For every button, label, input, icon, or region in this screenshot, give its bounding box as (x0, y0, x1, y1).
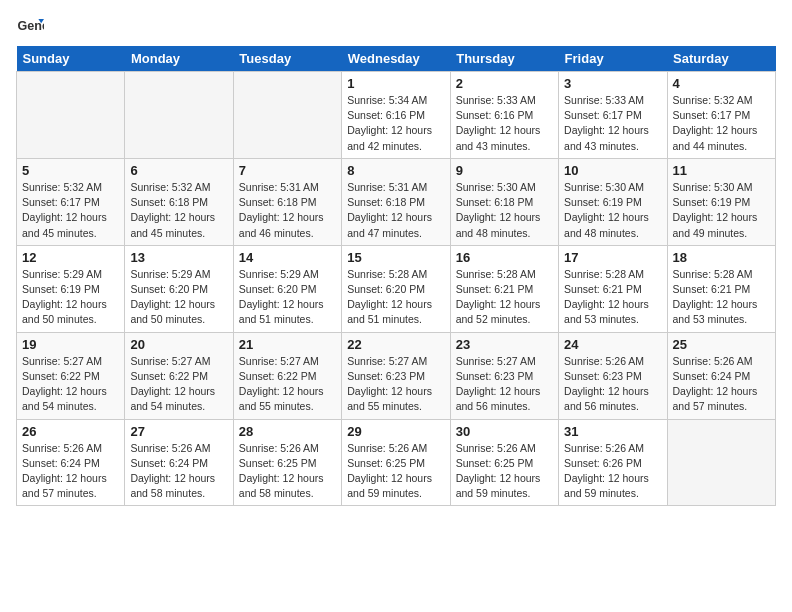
day-info: Sunrise: 5:29 AMSunset: 6:20 PMDaylight:… (239, 267, 336, 328)
calendar-cell: 7Sunrise: 5:31 AMSunset: 6:18 PMDaylight… (233, 158, 341, 245)
day-info: Sunrise: 5:30 AMSunset: 6:19 PMDaylight:… (564, 180, 661, 241)
day-info: Sunrise: 5:32 AMSunset: 6:17 PMDaylight:… (673, 93, 770, 154)
day-info: Sunrise: 5:26 AMSunset: 6:25 PMDaylight:… (456, 441, 553, 502)
calendar-cell: 10Sunrise: 5:30 AMSunset: 6:19 PMDayligh… (559, 158, 667, 245)
day-info: Sunrise: 5:26 AMSunset: 6:24 PMDaylight:… (673, 354, 770, 415)
day-number: 18 (673, 250, 770, 265)
day-number: 19 (22, 337, 119, 352)
day-info: Sunrise: 5:27 AMSunset: 6:23 PMDaylight:… (347, 354, 444, 415)
day-number: 9 (456, 163, 553, 178)
day-number: 22 (347, 337, 444, 352)
calendar-cell: 6Sunrise: 5:32 AMSunset: 6:18 PMDaylight… (125, 158, 233, 245)
calendar-cell (17, 72, 125, 159)
day-info: Sunrise: 5:34 AMSunset: 6:16 PMDaylight:… (347, 93, 444, 154)
day-info: Sunrise: 5:27 AMSunset: 6:22 PMDaylight:… (22, 354, 119, 415)
day-number: 31 (564, 424, 661, 439)
calendar-week-row: 5Sunrise: 5:32 AMSunset: 6:17 PMDaylight… (17, 158, 776, 245)
calendar-cell: 18Sunrise: 5:28 AMSunset: 6:21 PMDayligh… (667, 245, 775, 332)
weekday-header: Friday (559, 46, 667, 72)
day-number: 16 (456, 250, 553, 265)
day-number: 30 (456, 424, 553, 439)
calendar-cell: 17Sunrise: 5:28 AMSunset: 6:21 PMDayligh… (559, 245, 667, 332)
calendar-cell: 3Sunrise: 5:33 AMSunset: 6:17 PMDaylight… (559, 72, 667, 159)
calendar-cell: 12Sunrise: 5:29 AMSunset: 6:19 PMDayligh… (17, 245, 125, 332)
weekday-header-row: SundayMondayTuesdayWednesdayThursdayFrid… (17, 46, 776, 72)
calendar-week-row: 26Sunrise: 5:26 AMSunset: 6:24 PMDayligh… (17, 419, 776, 506)
calendar-cell: 15Sunrise: 5:28 AMSunset: 6:20 PMDayligh… (342, 245, 450, 332)
calendar-cell: 1Sunrise: 5:34 AMSunset: 6:16 PMDaylight… (342, 72, 450, 159)
day-info: Sunrise: 5:27 AMSunset: 6:22 PMDaylight:… (239, 354, 336, 415)
day-info: Sunrise: 5:26 AMSunset: 6:23 PMDaylight:… (564, 354, 661, 415)
calendar-cell: 28Sunrise: 5:26 AMSunset: 6:25 PMDayligh… (233, 419, 341, 506)
weekday-header: Sunday (17, 46, 125, 72)
calendar-cell: 2Sunrise: 5:33 AMSunset: 6:16 PMDaylight… (450, 72, 558, 159)
calendar-cell: 19Sunrise: 5:27 AMSunset: 6:22 PMDayligh… (17, 332, 125, 419)
day-info: Sunrise: 5:28 AMSunset: 6:21 PMDaylight:… (564, 267, 661, 328)
day-number: 28 (239, 424, 336, 439)
day-number: 15 (347, 250, 444, 265)
day-number: 5 (22, 163, 119, 178)
calendar-cell (667, 419, 775, 506)
day-number: 2 (456, 76, 553, 91)
day-info: Sunrise: 5:26 AMSunset: 6:24 PMDaylight:… (22, 441, 119, 502)
calendar-cell: 22Sunrise: 5:27 AMSunset: 6:23 PMDayligh… (342, 332, 450, 419)
day-number: 10 (564, 163, 661, 178)
day-number: 25 (673, 337, 770, 352)
day-info: Sunrise: 5:28 AMSunset: 6:20 PMDaylight:… (347, 267, 444, 328)
day-number: 29 (347, 424, 444, 439)
day-number: 7 (239, 163, 336, 178)
day-info: Sunrise: 5:33 AMSunset: 6:17 PMDaylight:… (564, 93, 661, 154)
day-info: Sunrise: 5:28 AMSunset: 6:21 PMDaylight:… (673, 267, 770, 328)
day-info: Sunrise: 5:33 AMSunset: 6:16 PMDaylight:… (456, 93, 553, 154)
day-number: 3 (564, 76, 661, 91)
calendar-cell: 26Sunrise: 5:26 AMSunset: 6:24 PMDayligh… (17, 419, 125, 506)
day-number: 26 (22, 424, 119, 439)
calendar-cell: 30Sunrise: 5:26 AMSunset: 6:25 PMDayligh… (450, 419, 558, 506)
calendar-cell: 14Sunrise: 5:29 AMSunset: 6:20 PMDayligh… (233, 245, 341, 332)
calendar-week-row: 19Sunrise: 5:27 AMSunset: 6:22 PMDayligh… (17, 332, 776, 419)
logo-icon: General (16, 16, 44, 36)
day-info: Sunrise: 5:32 AMSunset: 6:17 PMDaylight:… (22, 180, 119, 241)
weekday-header: Thursday (450, 46, 558, 72)
day-info: Sunrise: 5:27 AMSunset: 6:22 PMDaylight:… (130, 354, 227, 415)
calendar-week-row: 1Sunrise: 5:34 AMSunset: 6:16 PMDaylight… (17, 72, 776, 159)
calendar-cell: 9Sunrise: 5:30 AMSunset: 6:18 PMDaylight… (450, 158, 558, 245)
weekday-header: Tuesday (233, 46, 341, 72)
day-info: Sunrise: 5:26 AMSunset: 6:26 PMDaylight:… (564, 441, 661, 502)
weekday-header: Wednesday (342, 46, 450, 72)
calendar-cell: 23Sunrise: 5:27 AMSunset: 6:23 PMDayligh… (450, 332, 558, 419)
day-info: Sunrise: 5:26 AMSunset: 6:25 PMDaylight:… (239, 441, 336, 502)
calendar-cell (125, 72, 233, 159)
day-number: 12 (22, 250, 119, 265)
day-number: 4 (673, 76, 770, 91)
day-number: 8 (347, 163, 444, 178)
calendar-cell: 21Sunrise: 5:27 AMSunset: 6:22 PMDayligh… (233, 332, 341, 419)
day-info: Sunrise: 5:26 AMSunset: 6:24 PMDaylight:… (130, 441, 227, 502)
day-number: 1 (347, 76, 444, 91)
day-number: 13 (130, 250, 227, 265)
day-info: Sunrise: 5:29 AMSunset: 6:19 PMDaylight:… (22, 267, 119, 328)
day-info: Sunrise: 5:29 AMSunset: 6:20 PMDaylight:… (130, 267, 227, 328)
calendar-cell: 27Sunrise: 5:26 AMSunset: 6:24 PMDayligh… (125, 419, 233, 506)
calendar-cell: 31Sunrise: 5:26 AMSunset: 6:26 PMDayligh… (559, 419, 667, 506)
calendar-cell: 20Sunrise: 5:27 AMSunset: 6:22 PMDayligh… (125, 332, 233, 419)
day-number: 21 (239, 337, 336, 352)
calendar-cell: 13Sunrise: 5:29 AMSunset: 6:20 PMDayligh… (125, 245, 233, 332)
calendar-table: SundayMondayTuesdayWednesdayThursdayFrid… (16, 46, 776, 506)
day-number: 24 (564, 337, 661, 352)
calendar-cell: 5Sunrise: 5:32 AMSunset: 6:17 PMDaylight… (17, 158, 125, 245)
calendar-cell: 11Sunrise: 5:30 AMSunset: 6:19 PMDayligh… (667, 158, 775, 245)
calendar-cell: 16Sunrise: 5:28 AMSunset: 6:21 PMDayligh… (450, 245, 558, 332)
day-number: 27 (130, 424, 227, 439)
day-info: Sunrise: 5:30 AMSunset: 6:19 PMDaylight:… (673, 180, 770, 241)
day-number: 11 (673, 163, 770, 178)
day-info: Sunrise: 5:28 AMSunset: 6:21 PMDaylight:… (456, 267, 553, 328)
day-number: 17 (564, 250, 661, 265)
day-info: Sunrise: 5:32 AMSunset: 6:18 PMDaylight:… (130, 180, 227, 241)
calendar-cell: 8Sunrise: 5:31 AMSunset: 6:18 PMDaylight… (342, 158, 450, 245)
day-info: Sunrise: 5:27 AMSunset: 6:23 PMDaylight:… (456, 354, 553, 415)
day-number: 6 (130, 163, 227, 178)
day-number: 20 (130, 337, 227, 352)
weekday-header: Saturday (667, 46, 775, 72)
day-info: Sunrise: 5:31 AMSunset: 6:18 PMDaylight:… (347, 180, 444, 241)
